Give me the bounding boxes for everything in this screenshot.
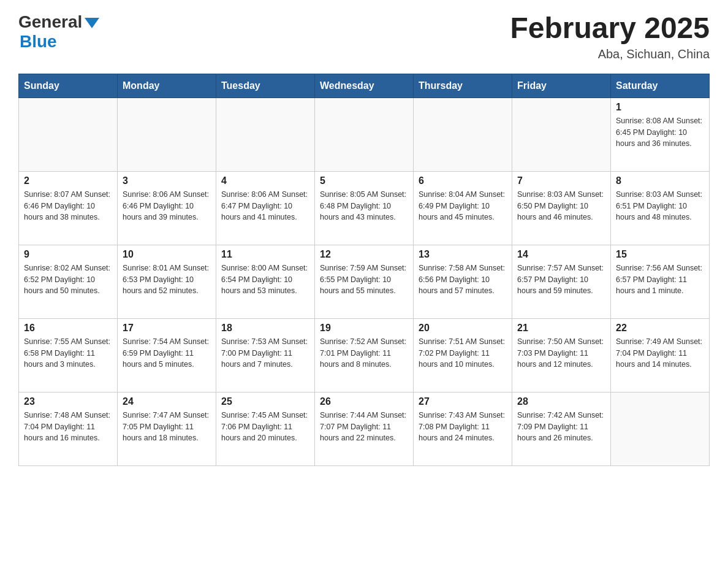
day-number: 11 <box>221 249 309 260</box>
day-info: Sunrise: 8:01 AM Sunset: 6:53 PM Dayligh… <box>123 262 211 297</box>
day-number: 24 <box>123 396 211 407</box>
day-info: Sunrise: 7:45 AM Sunset: 7:06 PM Dayligh… <box>221 410 309 444</box>
day-info: Sunrise: 7:56 AM Sunset: 6:57 PM Dayligh… <box>616 262 704 297</box>
day-info: Sunrise: 8:08 AM Sunset: 6:45 PM Dayligh… <box>616 115 704 150</box>
day-info: Sunrise: 7:59 AM Sunset: 6:55 PM Dayligh… <box>320 262 408 297</box>
logo-triangle-icon <box>85 18 99 28</box>
calendar-cell-w3-d0: 9Sunrise: 8:02 AM Sunset: 6:52 PM Daylig… <box>19 245 118 318</box>
calendar-cell-w5-d1: 24Sunrise: 7:47 AM Sunset: 7:05 PM Dayli… <box>118 392 216 465</box>
calendar-cell-w1-d2 <box>216 98 315 171</box>
day-info: Sunrise: 8:05 AM Sunset: 6:48 PM Dayligh… <box>320 189 408 223</box>
day-info: Sunrise: 8:00 AM Sunset: 6:54 PM Dayligh… <box>221 262 309 297</box>
day-number: 26 <box>320 396 408 407</box>
calendar-cell-w4-d1: 17Sunrise: 7:54 AM Sunset: 6:59 PM Dayli… <box>118 318 216 392</box>
calendar-cell-w1-d3 <box>315 98 414 171</box>
day-number: 4 <box>221 175 309 186</box>
calendar-week-5: 23Sunrise: 7:48 AM Sunset: 7:04 PM Dayli… <box>19 392 710 465</box>
col-saturday: Saturday <box>611 74 710 98</box>
month-title: February 2025 <box>510 12 710 45</box>
calendar-week-4: 16Sunrise: 7:55 AM Sunset: 6:58 PM Dayli… <box>19 318 710 392</box>
day-info: Sunrise: 7:49 AM Sunset: 7:04 PM Dayligh… <box>616 336 704 370</box>
day-number: 8 <box>616 175 704 186</box>
day-number: 6 <box>419 175 507 186</box>
day-number: 22 <box>616 323 704 334</box>
col-tuesday: Tuesday <box>216 74 315 98</box>
calendar-cell-w4-d5: 21Sunrise: 7:50 AM Sunset: 7:03 PM Dayli… <box>512 318 611 392</box>
calendar-cell-w5-d2: 25Sunrise: 7:45 AM Sunset: 7:06 PM Dayli… <box>216 392 315 465</box>
day-number: 1 <box>616 102 704 113</box>
day-info: Sunrise: 8:03 AM Sunset: 6:50 PM Dayligh… <box>517 189 605 223</box>
calendar-cell-w3-d6: 15Sunrise: 7:56 AM Sunset: 6:57 PM Dayli… <box>611 245 710 318</box>
calendar-cell-w1-d1 <box>118 98 216 171</box>
calendar-cell-w1-d6: 1Sunrise: 8:08 AM Sunset: 6:45 PM Daylig… <box>611 98 710 171</box>
calendar-cell-w4-d3: 19Sunrise: 7:52 AM Sunset: 7:01 PM Dayli… <box>315 318 414 392</box>
calendar-table: Sunday Monday Tuesday Wednesday Thursday… <box>18 74 710 466</box>
day-info: Sunrise: 7:53 AM Sunset: 7:00 PM Dayligh… <box>221 336 309 370</box>
day-info: Sunrise: 7:42 AM Sunset: 7:09 PM Dayligh… <box>517 410 605 444</box>
day-info: Sunrise: 7:48 AM Sunset: 7:04 PM Dayligh… <box>24 410 112 444</box>
logo-general-text: General <box>18 12 82 32</box>
day-info: Sunrise: 8:06 AM Sunset: 6:46 PM Dayligh… <box>123 189 211 223</box>
calendar-cell-w4-d4: 20Sunrise: 7:51 AM Sunset: 7:02 PM Dayli… <box>414 318 512 392</box>
col-monday: Monday <box>118 74 216 98</box>
page-header: General Blue February 2025 Aba, Sichuan,… <box>18 12 710 61</box>
col-wednesday: Wednesday <box>315 74 414 98</box>
day-info: Sunrise: 8:03 AM Sunset: 6:51 PM Dayligh… <box>616 189 704 223</box>
day-info: Sunrise: 7:58 AM Sunset: 6:56 PM Dayligh… <box>419 262 507 297</box>
calendar-cell-w4-d6: 22Sunrise: 7:49 AM Sunset: 7:04 PM Dayli… <box>611 318 710 392</box>
calendar-cell-w1-d4 <box>414 98 512 171</box>
day-info: Sunrise: 7:50 AM Sunset: 7:03 PM Dayligh… <box>517 336 605 370</box>
calendar-cell-w2-d1: 3Sunrise: 8:06 AM Sunset: 6:46 PM Daylig… <box>118 171 216 245</box>
calendar-cell-w2-d3: 5Sunrise: 8:05 AM Sunset: 6:48 PM Daylig… <box>315 171 414 245</box>
calendar-cell-w5-d4: 27Sunrise: 7:43 AM Sunset: 7:08 PM Dayli… <box>414 392 512 465</box>
day-number: 3 <box>123 175 211 186</box>
calendar-week-2: 2Sunrise: 8:07 AM Sunset: 6:46 PM Daylig… <box>19 171 710 245</box>
day-number: 27 <box>419 396 507 407</box>
day-number: 13 <box>419 249 507 260</box>
calendar-cell-w2-d5: 7Sunrise: 8:03 AM Sunset: 6:50 PM Daylig… <box>512 171 611 245</box>
calendar-cell-w3-d5: 14Sunrise: 7:57 AM Sunset: 6:57 PM Dayli… <box>512 245 611 318</box>
day-number: 18 <box>221 323 309 334</box>
calendar-cell-w2-d4: 6Sunrise: 8:04 AM Sunset: 6:49 PM Daylig… <box>414 171 512 245</box>
day-number: 28 <box>517 396 605 407</box>
calendar-week-3: 9Sunrise: 8:02 AM Sunset: 6:52 PM Daylig… <box>19 245 710 318</box>
title-block: February 2025 Aba, Sichuan, China <box>510 12 710 61</box>
col-thursday: Thursday <box>414 74 512 98</box>
day-info: Sunrise: 7:51 AM Sunset: 7:02 PM Dayligh… <box>419 336 507 370</box>
calendar-cell-w3-d4: 13Sunrise: 7:58 AM Sunset: 6:56 PM Dayli… <box>414 245 512 318</box>
calendar-header-row: Sunday Monday Tuesday Wednesday Thursday… <box>19 74 710 98</box>
day-number: 20 <box>419 323 507 334</box>
day-number: 21 <box>517 323 605 334</box>
calendar-cell-w5-d0: 23Sunrise: 7:48 AM Sunset: 7:04 PM Dayli… <box>19 392 118 465</box>
col-sunday: Sunday <box>19 74 118 98</box>
calendar-cell-w5-d3: 26Sunrise: 7:44 AM Sunset: 7:07 PM Dayli… <box>315 392 414 465</box>
day-number: 19 <box>320 323 408 334</box>
calendar-cell-w5-d6 <box>611 392 710 465</box>
calendar-cell-w4-d0: 16Sunrise: 7:55 AM Sunset: 6:58 PM Dayli… <box>19 318 118 392</box>
day-number: 10 <box>123 249 211 260</box>
day-number: 15 <box>616 249 704 260</box>
logo: General Blue <box>18 12 99 52</box>
day-number: 12 <box>320 249 408 260</box>
day-number: 9 <box>24 249 112 260</box>
day-number: 7 <box>517 175 605 186</box>
day-info: Sunrise: 7:44 AM Sunset: 7:07 PM Dayligh… <box>320 410 408 444</box>
calendar-cell-w5-d5: 28Sunrise: 7:42 AM Sunset: 7:09 PM Dayli… <box>512 392 611 465</box>
day-number: 17 <box>123 323 211 334</box>
day-number: 23 <box>24 396 112 407</box>
day-number: 25 <box>221 396 309 407</box>
day-info: Sunrise: 7:55 AM Sunset: 6:58 PM Dayligh… <box>24 336 112 370</box>
calendar-cell-w2-d6: 8Sunrise: 8:03 AM Sunset: 6:51 PM Daylig… <box>611 171 710 245</box>
day-number: 5 <box>320 175 408 186</box>
day-info: Sunrise: 7:52 AM Sunset: 7:01 PM Dayligh… <box>320 336 408 370</box>
calendar-cell-w1-d5 <box>512 98 611 171</box>
day-info: Sunrise: 7:57 AM Sunset: 6:57 PM Dayligh… <box>517 262 605 297</box>
day-info: Sunrise: 7:47 AM Sunset: 7:05 PM Dayligh… <box>123 410 211 444</box>
calendar-cell-w3-d2: 11Sunrise: 8:00 AM Sunset: 6:54 PM Dayli… <box>216 245 315 318</box>
day-number: 2 <box>24 175 112 186</box>
day-info: Sunrise: 8:02 AM Sunset: 6:52 PM Dayligh… <box>24 262 112 297</box>
day-info: Sunrise: 8:07 AM Sunset: 6:46 PM Dayligh… <box>24 189 112 223</box>
day-info: Sunrise: 8:06 AM Sunset: 6:47 PM Dayligh… <box>221 189 309 223</box>
calendar-week-1: 1Sunrise: 8:08 AM Sunset: 6:45 PM Daylig… <box>19 98 710 171</box>
calendar-cell-w3-d1: 10Sunrise: 8:01 AM Sunset: 6:53 PM Dayli… <box>118 245 216 318</box>
